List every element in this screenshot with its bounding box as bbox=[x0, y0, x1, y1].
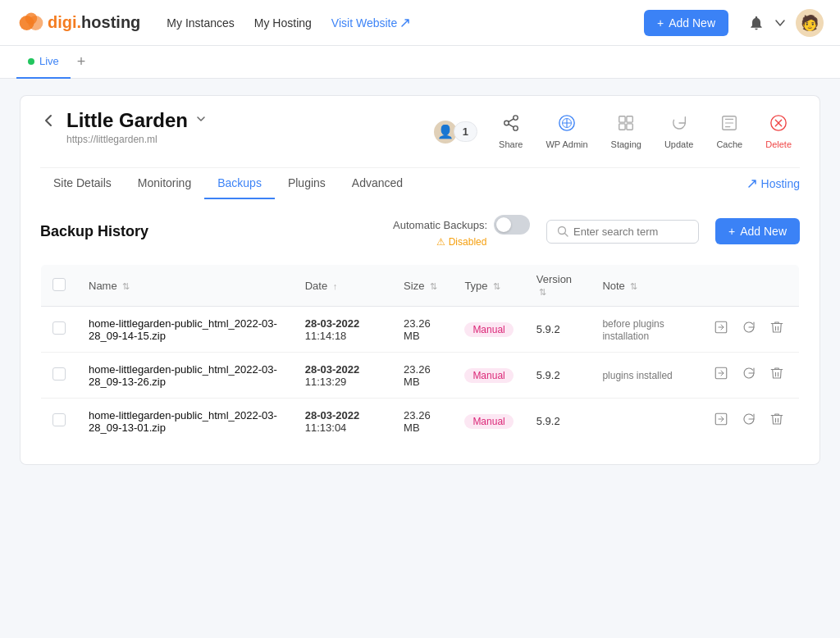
wp-admin-button[interactable]: WP Admin bbox=[537, 109, 596, 154]
row-checkbox-1[interactable] bbox=[52, 367, 66, 381]
table-row: home-littlegarden-public_html_2022-03-28… bbox=[41, 399, 800, 444]
refresh-icon bbox=[742, 366, 756, 381]
site-header-top: Little Garden https://littlegarden.ml 👤 … bbox=[40, 109, 800, 154]
update-icon bbox=[670, 114, 688, 136]
row-version-2: 5.9.2 bbox=[525, 399, 591, 444]
site-nav-advanced[interactable]: Advanced bbox=[339, 168, 416, 199]
hosting-link[interactable]: Hosting bbox=[746, 169, 800, 198]
auto-backup-toggle[interactable] bbox=[494, 215, 530, 235]
restore-icon bbox=[714, 320, 728, 335]
nav-my-hosting[interactable]: My Hosting bbox=[254, 13, 312, 33]
nav-icons: 🧑 bbox=[748, 9, 824, 37]
nav-my-instances[interactable]: My Instances bbox=[167, 13, 234, 33]
table-row: home-littlegarden-public_html_2022-03-28… bbox=[41, 353, 800, 399]
trash-icon bbox=[769, 320, 784, 335]
th-version: Version ⇅ bbox=[525, 265, 591, 307]
th-date: Date ↑ bbox=[294, 265, 392, 307]
row-checkbox-2[interactable] bbox=[52, 413, 66, 426]
row-restore-button-0[interactable] bbox=[710, 317, 732, 342]
sort-size-icon[interactable]: ⇅ bbox=[430, 281, 437, 291]
sort-version-icon[interactable]: ⇅ bbox=[539, 287, 546, 297]
row-version-0: 5.9.2 bbox=[525, 307, 591, 353]
svg-point-5 bbox=[514, 126, 518, 131]
th-actions bbox=[699, 265, 800, 307]
user-count-badge[interactable]: 👤 1 bbox=[432, 119, 477, 145]
row-name-0: home-littlegarden-public_html_2022-03-28… bbox=[77, 307, 294, 353]
row-type-1: Manual bbox=[453, 353, 524, 399]
back-button[interactable] bbox=[40, 112, 57, 133]
row-restore-button-2[interactable] bbox=[710, 408, 732, 434]
staging-icon bbox=[617, 114, 635, 136]
row-name-2: home-littlegarden-public_html_2022-03-28… bbox=[77, 399, 294, 444]
backup-table: Name ⇅ Date ↑ Size ⇅ Type ⇅ Version ⇅ No… bbox=[40, 264, 800, 444]
sort-note-icon[interactable]: ⇅ bbox=[630, 281, 637, 291]
row-delete-button-2[interactable] bbox=[766, 408, 788, 434]
search-box bbox=[546, 220, 699, 244]
chevron-down-icon bbox=[194, 112, 208, 125]
backup-table-body: home-littlegarden-public_html_2022-03-28… bbox=[41, 307, 800, 444]
site-nav-site-details[interactable]: Site Details bbox=[40, 168, 125, 199]
bell-icon bbox=[748, 15, 765, 31]
warning-icon: ⚠ bbox=[436, 236, 445, 248]
nav-visit-website[interactable]: Visit Website bbox=[331, 13, 410, 33]
sort-date-icon[interactable]: ↑ bbox=[333, 281, 338, 291]
select-all-checkbox[interactable] bbox=[52, 278, 66, 291]
row-restore-button-1[interactable] bbox=[710, 362, 732, 388]
disabled-text: Disabled bbox=[449, 236, 487, 248]
row-refresh-button-0[interactable] bbox=[738, 317, 760, 342]
row-actions-1 bbox=[699, 353, 800, 399]
auto-backup-group: Automatic Backups: ⚠ Disabled bbox=[393, 215, 530, 248]
site-nav-plugins[interactable]: Plugins bbox=[275, 168, 339, 199]
site-nav-right: Hosting bbox=[746, 169, 800, 198]
add-tab-button[interactable]: + bbox=[71, 53, 93, 71]
table-row: home-littlegarden-public_html_2022-03-28… bbox=[41, 307, 800, 353]
delete-button[interactable]: Delete bbox=[757, 109, 800, 154]
row-name-1: home-littlegarden-public_html_2022-03-28… bbox=[77, 353, 294, 399]
share-icon bbox=[502, 114, 520, 136]
row-delete-button-0[interactable] bbox=[766, 317, 788, 342]
site-title: Little Garden bbox=[66, 109, 432, 132]
back-arrow-icon bbox=[40, 112, 57, 129]
site-nav-backups[interactable]: Backups bbox=[204, 168, 275, 199]
site-actions: 👤 1 Share WP Admin bbox=[432, 109, 800, 154]
cache-button[interactable]: Cache bbox=[708, 109, 751, 154]
row-refresh-button-1[interactable] bbox=[738, 362, 760, 388]
wordpress-icon bbox=[558, 114, 576, 136]
sort-name-icon[interactable]: ⇅ bbox=[122, 281, 130, 291]
backup-search-input[interactable] bbox=[573, 226, 688, 238]
trash-icon bbox=[769, 366, 784, 381]
add-new-backup-button[interactable]: + Add New bbox=[715, 218, 800, 244]
restore-icon bbox=[714, 412, 728, 426]
row-refresh-button-2[interactable] bbox=[738, 408, 760, 434]
sort-type-icon[interactable]: ⇅ bbox=[493, 281, 500, 291]
notification-bell-button[interactable] bbox=[748, 15, 765, 31]
row-checkbox-0[interactable] bbox=[52, 321, 66, 335]
th-size: Size ⇅ bbox=[392, 265, 453, 307]
site-title-dropdown[interactable] bbox=[194, 112, 208, 129]
svg-rect-11 bbox=[619, 124, 625, 130]
row-checkbox-cell-0 bbox=[41, 307, 78, 353]
svg-point-2 bbox=[25, 12, 37, 24]
row-actions-0 bbox=[699, 307, 800, 353]
svg-line-7 bbox=[509, 119, 514, 122]
site-nav-monitoring[interactable]: Monitoring bbox=[125, 168, 204, 199]
site-nav: Site Details Monitoring Backups Plugins … bbox=[40, 167, 800, 198]
th-checkbox bbox=[41, 265, 78, 307]
th-name: Name ⇅ bbox=[77, 265, 294, 307]
add-new-button[interactable]: + Add New bbox=[644, 10, 728, 36]
table-header: Name ⇅ Date ↑ Size ⇅ Type ⇅ Version ⇅ No… bbox=[41, 265, 800, 307]
row-actions-2 bbox=[699, 399, 800, 444]
auto-backup-row: Automatic Backups: bbox=[393, 215, 530, 235]
share-button[interactable]: Share bbox=[491, 109, 531, 154]
tab-live[interactable]: Live bbox=[16, 46, 71, 79]
avatar[interactable]: 🧑 bbox=[796, 9, 824, 37]
row-date-2: 28-03-2022 11:13:04 bbox=[294, 399, 392, 444]
update-button[interactable]: Update bbox=[656, 109, 701, 154]
refresh-icon bbox=[742, 412, 756, 426]
staging-button[interactable]: Staging bbox=[603, 109, 650, 154]
dropdown-arrow-button[interactable] bbox=[774, 17, 786, 29]
row-size-0: 23.26 MB bbox=[392, 307, 453, 353]
row-delete-button-1[interactable] bbox=[766, 362, 788, 388]
row-date-0: 28-03-2022 11:14:18 bbox=[294, 307, 392, 353]
logo: digi.hosting bbox=[16, 8, 140, 38]
